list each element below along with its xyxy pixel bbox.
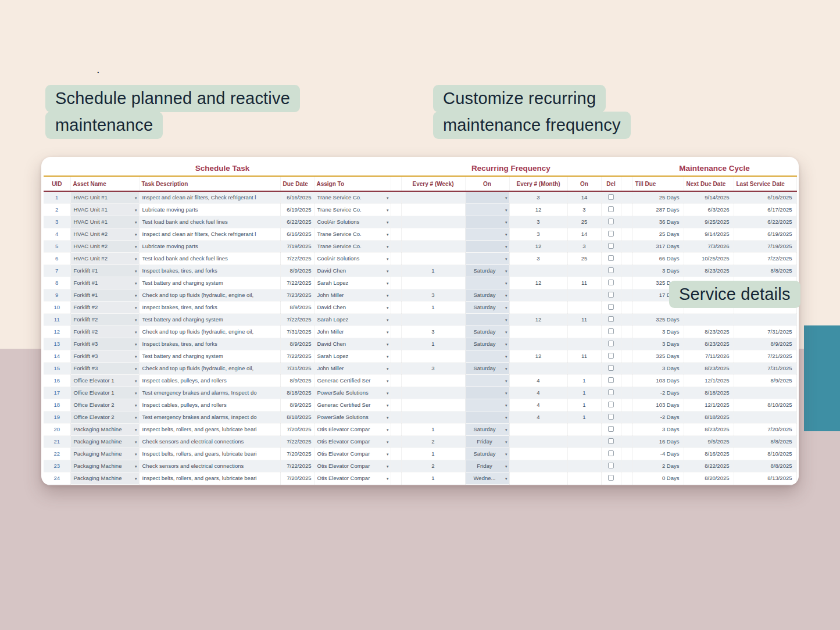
every-month-cell[interactable] bbox=[509, 436, 567, 448]
checkbox-icon[interactable] bbox=[608, 463, 614, 468]
month-day-cell[interactable]: 3 bbox=[567, 204, 601, 216]
task-description-cell[interactable]: Inspect and clean air filters, Check ref… bbox=[139, 191, 280, 204]
asset-name-dropdown[interactable]: Packaging Machine▾ bbox=[70, 424, 139, 436]
delete-checkbox-cell[interactable] bbox=[601, 387, 621, 399]
assign-to-dropdown[interactable]: Generac Certified Ser▾ bbox=[314, 375, 391, 387]
delete-checkbox-cell[interactable] bbox=[601, 326, 621, 338]
delete-checkbox-cell[interactable] bbox=[601, 448, 621, 460]
every-week-cell[interactable]: 1 bbox=[401, 302, 465, 314]
week-day-dropdown[interactable]: ▾ bbox=[465, 216, 509, 228]
every-week-cell[interactable] bbox=[401, 253, 465, 265]
checkbox-icon[interactable] bbox=[608, 292, 614, 298]
every-month-cell[interactable] bbox=[509, 363, 567, 375]
task-description-cell[interactable]: Inspect brakes, tires, and forks bbox=[139, 302, 280, 314]
assign-to-dropdown[interactable]: John Miller▾ bbox=[314, 363, 391, 375]
task-description-cell[interactable]: Check and top up fluids (hydraulic, engi… bbox=[139, 326, 280, 338]
every-month-cell[interactable]: 4 bbox=[509, 411, 567, 424]
task-description-cell[interactable]: Check sensors and electrical connections bbox=[139, 460, 280, 472]
every-week-cell[interactable]: 1 bbox=[401, 265, 465, 277]
checkbox-icon[interactable] bbox=[608, 341, 614, 346]
delete-checkbox-cell[interactable] bbox=[601, 302, 621, 314]
every-month-cell[interactable]: 12 bbox=[509, 277, 567, 289]
assign-to-dropdown[interactable]: Sarah Lopez▾ bbox=[314, 314, 391, 326]
every-month-cell[interactable] bbox=[509, 326, 567, 338]
asset-name-dropdown[interactable]: Forklift #1▾ bbox=[70, 289, 139, 302]
task-description-cell[interactable]: Inspect brakes, tires, and forks bbox=[139, 338, 280, 350]
month-day-cell[interactable]: 1 bbox=[567, 399, 601, 411]
week-day-dropdown[interactable]: ▾ bbox=[465, 375, 509, 387]
week-day-dropdown[interactable]: ▾ bbox=[465, 314, 509, 326]
every-month-cell[interactable]: 12 bbox=[509, 204, 567, 216]
assign-to-dropdown[interactable]: Otis Elevator Compar▾ bbox=[314, 424, 391, 436]
due-date-cell[interactable]: 8/9/2025 bbox=[280, 399, 314, 411]
due-date-cell[interactable]: 7/31/2025 bbox=[280, 363, 314, 375]
asset-name-dropdown[interactable]: Forklift #2▾ bbox=[70, 302, 139, 314]
assign-to-dropdown[interactable]: CoolAir Solutions▾ bbox=[314, 216, 391, 228]
checkbox-icon[interactable] bbox=[608, 414, 614, 420]
task-description-cell[interactable]: Inspect cables, pulleys, and rollers bbox=[139, 375, 280, 387]
asset-name-dropdown[interactable]: Office Elevator 2▾ bbox=[70, 399, 139, 411]
task-description-cell[interactable]: Check and top up fluids (hydraulic, engi… bbox=[139, 289, 280, 302]
week-day-dropdown[interactable]: ▾ bbox=[465, 241, 509, 253]
week-day-dropdown[interactable]: Thursday▾ bbox=[465, 485, 509, 486]
every-week-cell[interactable]: 3 bbox=[401, 326, 465, 338]
checkbox-icon[interactable] bbox=[608, 206, 614, 212]
task-description-cell[interactable]: Inspect belts, rollers, and gears, lubri… bbox=[139, 472, 280, 485]
month-day-cell[interactable] bbox=[567, 326, 601, 338]
week-day-dropdown[interactable]: ▾ bbox=[465, 204, 509, 216]
checkbox-icon[interactable] bbox=[608, 255, 614, 261]
month-day-cell[interactable]: 25 bbox=[567, 253, 601, 265]
delete-checkbox-cell[interactable] bbox=[601, 350, 621, 363]
month-day-cell[interactable]: 11 bbox=[567, 277, 601, 289]
every-month-cell[interactable]: 12 bbox=[509, 350, 567, 363]
asset-name-dropdown[interactable]: Forklift #1▾ bbox=[70, 277, 139, 289]
asset-name-dropdown[interactable]: Office Elevator 1▾ bbox=[70, 375, 139, 387]
due-date-cell[interactable]: 6/16/2025 bbox=[280, 191, 314, 204]
checkbox-icon[interactable] bbox=[608, 426, 614, 432]
checkbox-icon[interactable] bbox=[608, 353, 614, 359]
every-month-cell[interactable] bbox=[509, 460, 567, 472]
every-week-cell[interactable] bbox=[401, 387, 465, 399]
every-month-cell[interactable] bbox=[509, 424, 567, 436]
checkbox-icon[interactable] bbox=[608, 365, 614, 371]
due-date-cell[interactable]: 6/22/2025 bbox=[280, 216, 314, 228]
week-day-dropdown[interactable]: Saturday▾ bbox=[465, 302, 509, 314]
task-description-cell[interactable]: Inspect and clean air filters, Check ref… bbox=[139, 228, 280, 241]
asset-name-dropdown[interactable]: Forklift #3▾ bbox=[70, 350, 139, 363]
month-day-cell[interactable]: 1 bbox=[567, 411, 601, 424]
delete-checkbox-cell[interactable] bbox=[601, 204, 621, 216]
every-week-cell[interactable] bbox=[401, 191, 465, 204]
month-day-cell[interactable]: 11 bbox=[567, 350, 601, 363]
every-week-cell[interactable]: 2 bbox=[401, 485, 465, 486]
every-month-cell[interactable] bbox=[509, 289, 567, 302]
task-description-cell[interactable]: Lubricate moving parts bbox=[139, 204, 280, 216]
asset-name-dropdown[interactable]: Packaging Machine▾ bbox=[70, 448, 139, 460]
assign-to-dropdown[interactable]: John Miller▾ bbox=[314, 326, 391, 338]
delete-checkbox-cell[interactable] bbox=[601, 277, 621, 289]
every-week-cell[interactable] bbox=[401, 411, 465, 424]
week-day-dropdown[interactable]: ▾ bbox=[465, 399, 509, 411]
due-date-cell[interactable]: 7/23/2025 bbox=[280, 289, 314, 302]
every-week-cell[interactable] bbox=[401, 350, 465, 363]
every-month-cell[interactable]: 3 bbox=[509, 228, 567, 241]
assign-to-dropdown[interactable]: Trane Service Co.▾ bbox=[314, 191, 391, 204]
checkbox-icon[interactable] bbox=[608, 243, 614, 249]
every-month-cell[interactable]: 4 bbox=[509, 399, 567, 411]
every-month-cell[interactable]: 12 bbox=[509, 241, 567, 253]
asset-name-dropdown[interactable]: Packaging Machine▾ bbox=[70, 472, 139, 485]
delete-checkbox-cell[interactable] bbox=[601, 216, 621, 228]
due-date-cell[interactable]: 7/20/2025 bbox=[280, 448, 314, 460]
week-day-dropdown[interactable]: Wedne...▾ bbox=[465, 472, 509, 485]
every-week-cell[interactable]: 1 bbox=[401, 448, 465, 460]
assign-to-dropdown[interactable]: Otis Elevator Compar▾ bbox=[314, 472, 391, 485]
every-week-cell[interactable] bbox=[401, 375, 465, 387]
assign-to-dropdown[interactable]: Otis Elevator Compar▾ bbox=[314, 485, 391, 486]
week-day-dropdown[interactable]: ▾ bbox=[465, 350, 509, 363]
every-month-cell[interactable] bbox=[509, 265, 567, 277]
week-day-dropdown[interactable]: Saturday▾ bbox=[465, 289, 509, 302]
month-day-cell[interactable]: 1 bbox=[567, 387, 601, 399]
every-month-cell[interactable] bbox=[509, 302, 567, 314]
due-date-cell[interactable]: 8/18/2025 bbox=[280, 387, 314, 399]
every-month-cell[interactable] bbox=[509, 338, 567, 350]
month-day-cell[interactable]: 1 bbox=[567, 375, 601, 387]
